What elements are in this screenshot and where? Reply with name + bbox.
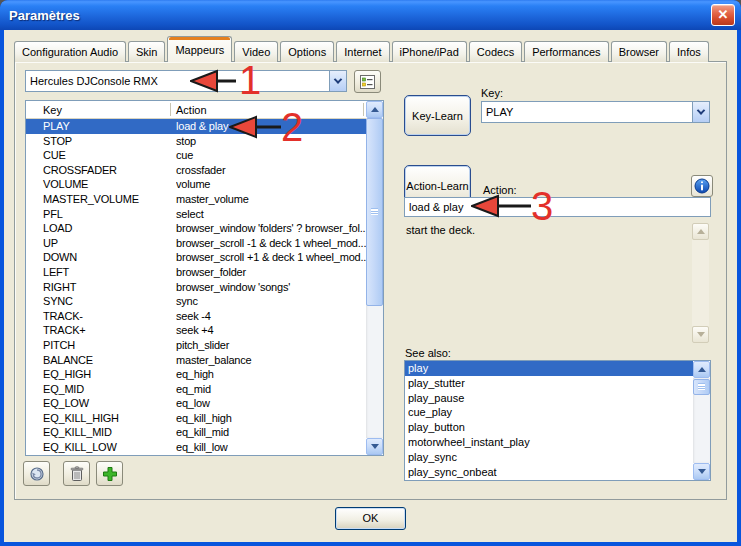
tab[interactable]: iPhone/iPad	[392, 41, 467, 62]
mapping-action-cell: seek -4	[176, 309, 366, 324]
mapping-key-cell: BALANCE	[26, 353, 176, 368]
scroll-up-button[interactable]	[366, 101, 383, 118]
mapping-list-scrollbar[interactable]	[366, 101, 383, 455]
mapping-key-cell: UP	[26, 236, 176, 251]
see-also-item[interactable]: play_stutter	[405, 376, 693, 391]
arrow-down-icon	[371, 444, 379, 449]
mapping-action-cell: load & play	[176, 119, 366, 134]
scroll-down-button[interactable]	[366, 438, 383, 455]
see-also-item[interactable]: play_button	[405, 420, 693, 435]
mapper-device-select[interactable]: Hercules DJConsole RMX	[25, 70, 347, 92]
mapping-row[interactable]: PLAY load & play	[26, 119, 366, 134]
mapping-row[interactable]: EQ_HIGH eq_high	[26, 367, 366, 382]
reset-mapping-button[interactable]	[23, 461, 50, 486]
mapping-key-cell: MASTER_VOLUME	[26, 192, 176, 207]
mapping-list-header[interactable]: Key Action	[26, 101, 366, 119]
scrollbar-track[interactable]	[692, 240, 709, 326]
column-header-action[interactable]: Action	[176, 104, 207, 116]
mapping-action-cell: pitch_slider	[176, 338, 366, 353]
mapping-row[interactable]: MASTER_VOLUME master_volume	[26, 192, 366, 207]
mapping-row[interactable]: RIGHT browser_window 'songs'	[26, 280, 366, 295]
key-select[interactable]: PLAY	[481, 101, 710, 123]
mapping-row[interactable]: CUE cue	[26, 148, 366, 163]
delete-mapping-button[interactable]	[63, 461, 90, 486]
tab[interactable]: Infos	[669, 41, 709, 62]
mapping-row[interactable]: TRACK- seek -4	[26, 309, 366, 324]
mapping-row[interactable]: DOWN browser_scroll +1 & deck 1 wheel_mo…	[26, 250, 366, 265]
mapping-row[interactable]: PFL select	[26, 207, 366, 222]
mapping-rows: PLAY load & play STOP stop CUE cue CROSS…	[26, 119, 366, 455]
see-also-item[interactable]: motorwheel_instant_play	[405, 435, 693, 450]
see-also-item[interactable]: play_sync	[405, 450, 693, 465]
scrollbar-track[interactable]	[366, 118, 383, 438]
action-input[interactable]	[404, 197, 711, 217]
column-separator[interactable]	[170, 103, 171, 116]
action-info-button[interactable]	[691, 175, 713, 197]
dropdown-arrow-button[interactable]	[692, 102, 709, 122]
mapping-key-cell: EQ_LOW	[26, 396, 176, 411]
scroll-up-button[interactable]	[693, 361, 710, 378]
mapping-row[interactable]: UP browser_scroll -1 & deck 1 wheel_mod.…	[26, 236, 366, 251]
mapping-row[interactable]: TRACK+ seek +4	[26, 323, 366, 338]
tab[interactable]: Skin	[128, 41, 165, 62]
mapping-row[interactable]: STOP stop	[26, 134, 366, 149]
mapping-row[interactable]: SYNC sync	[26, 294, 366, 309]
tab[interactable]: Codecs	[469, 41, 522, 62]
settings-dialog: Paramètres ✕ Configuration AudioSkinMapp…	[0, 0, 741, 546]
scrollbar-thumb[interactable]	[693, 379, 710, 395]
mapping-row[interactable]: EQ_KILL_MID eq_kill_mid	[26, 425, 366, 440]
mapping-row[interactable]: LOAD browser_window 'folders' ? browser_…	[26, 221, 366, 236]
tab[interactable]: Video	[234, 41, 278, 62]
scroll-down-button[interactable]	[693, 463, 710, 480]
key-learn-button[interactable]: Key-Learn	[404, 95, 471, 136]
add-mapping-button[interactable]	[96, 461, 123, 486]
tab[interactable]: Performances	[524, 41, 608, 62]
ok-button[interactable]: OK	[335, 507, 406, 530]
mapping-list: Key Action PLAY load & play STOP stop	[25, 100, 384, 456]
arrow-down-icon	[697, 332, 705, 337]
tab[interactable]: Configuration Audio	[14, 41, 126, 62]
see-also-item[interactable]: play	[405, 361, 693, 376]
mapping-row[interactable]: VOLUME volume	[26, 177, 366, 192]
scroll-up-button[interactable]	[692, 223, 709, 240]
mapping-row[interactable]: CROSSFADER crossfader	[26, 163, 366, 178]
see-also-viewport: playplay_stutterplay_pausecue_playplay_b…	[405, 361, 693, 480]
mapping-key-cell: SYNC	[26, 294, 176, 309]
mapping-row[interactable]: PITCH pitch_slider	[26, 338, 366, 353]
mapping-action-cell: eq_kill_high	[176, 411, 366, 426]
mapping-row[interactable]: EQ_LOW eq_low	[26, 396, 366, 411]
mapping-row[interactable]: EQ_KILL_HIGH eq_kill_high	[26, 411, 366, 426]
action-learn-label: Action-Learn	[406, 180, 468, 192]
mapping-action-cell: eq_kill_mid	[176, 425, 366, 440]
tab[interactable]: Internet	[336, 41, 389, 62]
tab[interactable]: Browser	[611, 41, 667, 62]
mapping-row[interactable]: EQ_MID eq_mid	[26, 382, 366, 397]
tab[interactable]: Mappeurs	[167, 36, 232, 62]
arrow-down-icon	[698, 469, 706, 474]
scrollbar-track[interactable]	[693, 378, 710, 463]
scroll-down-button[interactable]	[692, 326, 709, 343]
scrollbar-thumb[interactable]	[366, 118, 383, 306]
dropdown-arrow-button[interactable]	[329, 71, 346, 91]
mapping-key-cell: EQ_KILL_MID	[26, 425, 176, 440]
title-bar[interactable]: Paramètres ✕	[0, 0, 741, 30]
see-also-item[interactable]: play_sync_onbeat	[405, 465, 693, 480]
mapper-options-button[interactable]	[354, 70, 381, 93]
window-title: Paramètres	[0, 8, 80, 23]
column-separator[interactable]	[363, 103, 364, 116]
column-header-key[interactable]: Key	[43, 104, 62, 116]
tab[interactable]: Options	[280, 41, 334, 62]
close-button[interactable]: ✕	[711, 4, 735, 26]
mapping-row[interactable]: EQ_KILL_LOW eq_kill_low	[26, 440, 366, 455]
mapping-key-cell: VOLUME	[26, 177, 176, 192]
see-also-item[interactable]: play_onbeat	[405, 479, 693, 480]
mapping-row[interactable]: BALANCE master_balance	[26, 353, 366, 368]
see-also-scrollbar[interactable]	[693, 361, 710, 480]
mapping-row[interactable]: LEFT browser_folder	[26, 265, 366, 280]
chevron-down-icon	[697, 106, 705, 114]
see-also-item[interactable]: play_pause	[405, 391, 693, 406]
tab-strip: Configuration AudioSkinMappeursVideoOpti…	[14, 40, 729, 62]
see-also-item[interactable]: cue_play	[405, 405, 693, 420]
mapping-key-cell: EQ_MID	[26, 382, 176, 397]
description-scrollbar[interactable]	[692, 223, 709, 343]
